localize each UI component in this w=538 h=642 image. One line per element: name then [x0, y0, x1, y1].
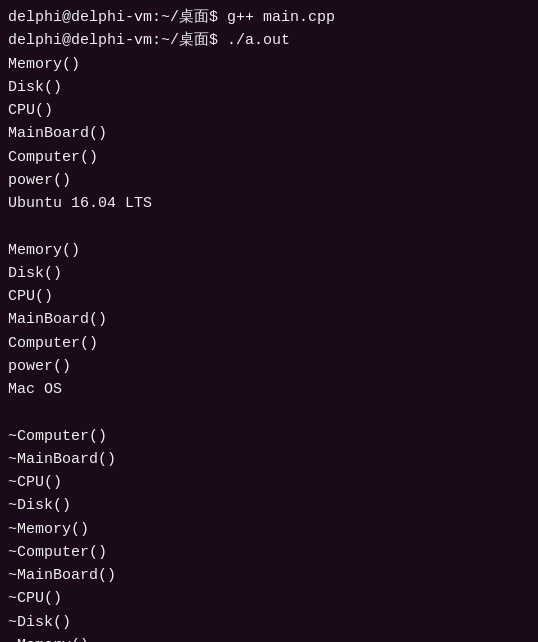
- terminal-output-line: Memory(): [8, 53, 530, 76]
- terminal-output: delphi@delphi-vm:~/桌面$ g++ main.cppdelph…: [8, 6, 530, 642]
- terminal-prompt: delphi@delphi-vm:~/桌面$ g++ main.cpp: [8, 6, 530, 29]
- terminal-prompt: delphi@delphi-vm:~/桌面$ ./a.out: [8, 29, 530, 52]
- terminal-output-line: ~MainBoard(): [8, 564, 530, 587]
- terminal-output-line: ~Computer(): [8, 425, 530, 448]
- terminal-output-line: Computer(): [8, 146, 530, 169]
- terminal-output-line: Ubuntu 16.04 LTS: [8, 192, 530, 215]
- terminal-output-line: power(): [8, 355, 530, 378]
- empty-line: [8, 215, 530, 238]
- terminal-output-line: CPU(): [8, 285, 530, 308]
- terminal-output-line: Disk(): [8, 262, 530, 285]
- terminal-output-line: power(): [8, 169, 530, 192]
- terminal-output-line: Disk(): [8, 76, 530, 99]
- terminal-output-line: ~Disk(): [8, 494, 530, 517]
- terminal-output-line: Mac OS: [8, 378, 530, 401]
- terminal-output-line: ~CPU(): [8, 587, 530, 610]
- terminal: delphi@delphi-vm:~/桌面$ g++ main.cppdelph…: [0, 0, 538, 642]
- terminal-output-line: ~Memory(): [8, 518, 530, 541]
- terminal-output-line: MainBoard(): [8, 308, 530, 331]
- terminal-output-line: Computer(): [8, 332, 530, 355]
- terminal-output-line: ~MainBoard(): [8, 448, 530, 471]
- terminal-output-line: CPU(): [8, 99, 530, 122]
- terminal-output-line: ~Disk(): [8, 611, 530, 634]
- empty-line: [8, 401, 530, 424]
- terminal-output-line: ~CPU(): [8, 471, 530, 494]
- terminal-output-line: Memory(): [8, 239, 530, 262]
- terminal-output-line: ~Computer(): [8, 541, 530, 564]
- terminal-output-line: ~Memory(): [8, 634, 530, 642]
- terminal-output-line: MainBoard(): [8, 122, 530, 145]
